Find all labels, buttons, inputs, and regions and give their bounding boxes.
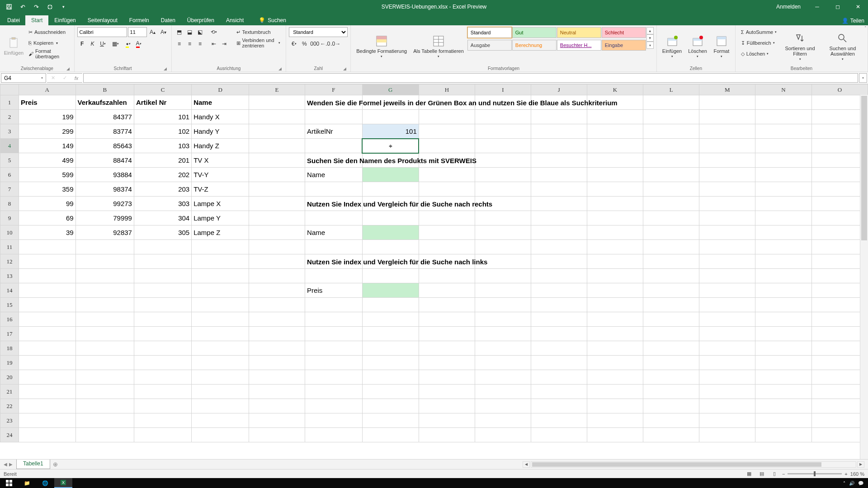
cell[interactable] [587,283,643,298]
cell[interactable] [475,225,531,240]
cell[interactable]: TV X [192,153,249,168]
cell[interactable] [643,428,699,442]
col-header-D[interactable]: D [192,84,249,95]
align-right-icon[interactable]: ≡ [195,39,205,49]
cell[interactable] [75,385,134,399]
zoom-out-icon[interactable]: − [782,471,785,477]
cell[interactable] [699,312,755,327]
cell[interactable] [75,240,134,254]
name-box[interactable]: G4▾ [1,73,46,83]
cell[interactable] [249,225,305,240]
cell[interactable] [811,168,868,182]
cell[interactable] [699,399,755,413]
cell[interactable] [699,95,755,110]
cell[interactable]: Lampe X [192,197,249,211]
cell[interactable] [699,110,755,124]
cell[interactable] [755,124,811,139]
cell[interactable] [134,341,191,356]
horizontal-scroll-thumb[interactable] [532,462,821,467]
excel-task-icon[interactable]: X [54,478,72,488]
italic-button[interactable]: K [88,39,98,49]
cell[interactable] [305,269,363,283]
clear-button[interactable]: ◇Löschen▾ [738,49,779,59]
tab-datei[interactable]: Datei [2,15,25,25]
cell[interactable] [755,399,811,413]
cell[interactable] [699,327,755,341]
cell[interactable] [19,298,75,312]
cell[interactable] [643,269,699,283]
cell[interactable] [755,312,811,327]
col-header-F[interactable]: F [305,84,363,95]
cell[interactable] [699,356,755,370]
start-button[interactable] [0,478,18,488]
cell[interactable] [362,327,419,341]
cell[interactable] [811,327,868,341]
cell[interactable] [643,327,699,341]
cell[interactable] [531,240,587,254]
close-icon[interactable]: ✕ [848,0,868,14]
cell[interactable] [587,153,643,168]
cell[interactable] [755,110,811,124]
cell[interactable]: 304 [134,211,191,225]
cell[interactable]: 101 [362,124,419,139]
cell[interactable] [475,139,531,153]
cell[interactable] [419,327,475,341]
cell[interactable]: 93884 [75,168,134,182]
cell[interactable] [643,341,699,356]
cell[interactable] [811,211,868,225]
cell[interactable]: Suchen Sie den Namen des Produkts mit SV… [305,153,363,168]
cell[interactable] [811,356,868,370]
cell[interactable] [699,153,755,168]
style-ausgabe[interactable]: Ausgabe [467,40,512,51]
cell[interactable] [475,283,531,298]
cell[interactable] [755,341,811,356]
cell[interactable] [811,341,868,356]
minimize-icon[interactable]: ─ [807,0,827,14]
row-header-8[interactable]: 8 [0,197,19,211]
tab-ueberpruefen[interactable]: Überprüfen [181,15,220,25]
gallery-down-icon[interactable]: ▼ [646,34,654,42]
horizontal-scrollbar[interactable] [531,461,856,468]
cell[interactable]: Lampe Z [192,225,249,240]
fill-color-button[interactable]: ⬥▾ [123,39,133,49]
cell[interactable]: ⌖ [362,139,419,153]
spreadsheet-grid[interactable]: A B C D E F G H I J K L M N O 1PreisVe [0,84,868,442]
fill-button[interactable]: ↧Füllbereich▾ [738,38,779,48]
cell[interactable] [811,283,868,298]
cell[interactable] [531,124,587,139]
cell[interactable] [811,298,868,312]
cell[interactable] [362,211,419,225]
cell[interactable] [134,356,191,370]
decrease-decimal-icon[interactable]: .0→ [330,39,340,49]
cell[interactable] [531,356,587,370]
cell[interactable] [643,254,699,269]
col-header-A[interactable]: A [19,84,75,95]
cell[interactable]: TV-Z [192,182,249,197]
tab-einfuegen[interactable]: Einfügen [48,15,81,25]
cell[interactable] [75,356,134,370]
font-dialog-launcher[interactable]: ◢ [162,66,169,72]
cell[interactable] [643,110,699,124]
cell[interactable] [587,225,643,240]
cell[interactable] [699,240,755,254]
cell[interactable] [755,254,811,269]
cell[interactable] [699,168,755,182]
cell[interactable] [249,240,305,254]
cell[interactable] [755,298,811,312]
cell[interactable] [75,399,134,413]
cell[interactable] [249,110,305,124]
tab-daten[interactable]: Daten [155,15,181,25]
tab-ansicht[interactable]: Ansicht [220,15,250,25]
tab-nav-last-icon[interactable]: ▶ [9,462,13,467]
cell[interactable] [755,225,811,240]
cell[interactable] [587,197,643,211]
cell[interactable] [305,356,363,370]
style-besuchter[interactable]: Besuchter H... [557,40,601,51]
cell[interactable]: 84377 [75,110,134,124]
cell[interactable]: 99273 [75,197,134,211]
cell[interactable] [192,298,249,312]
cell[interactable] [475,341,531,356]
cell[interactable]: 149 [19,139,75,153]
align-bottom-icon[interactable]: ⬕ [195,27,205,37]
cell[interactable] [419,399,475,413]
